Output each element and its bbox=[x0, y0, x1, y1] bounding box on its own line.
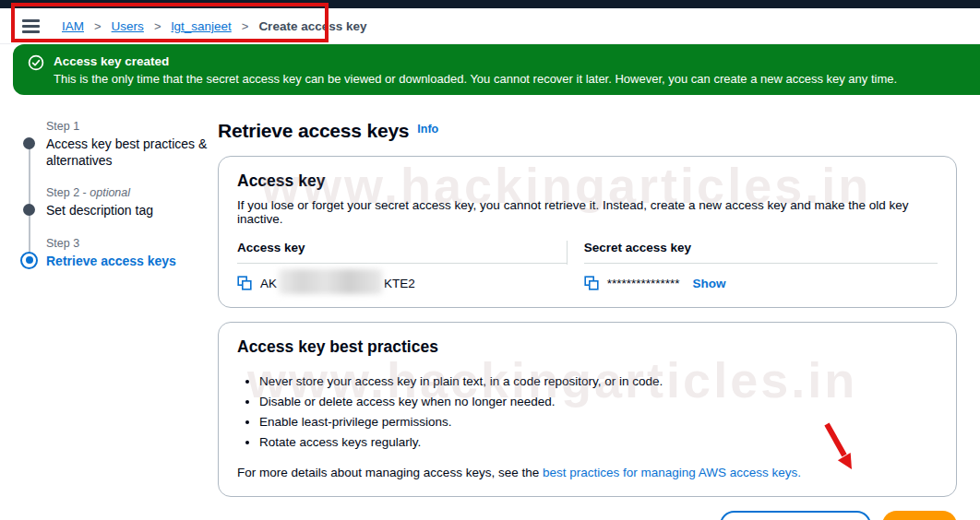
access-key-suffix: KTE2 bbox=[384, 277, 415, 290]
breadcrumb: IAM > Users > lgt_sanjeet > Create acces… bbox=[62, 19, 366, 33]
access-key-redacted-blur bbox=[279, 269, 382, 294]
breadcrumb-current: Create access key bbox=[258, 19, 366, 33]
access-key-card: Access key If you lose or forget your se… bbox=[218, 156, 957, 308]
secret-key-value-row: *************** Show bbox=[584, 276, 938, 290]
wizard-steps-nav: Step 1 Access key best practices & alter… bbox=[22, 120, 218, 520]
breadcrumb-link-users[interactable]: Users bbox=[112, 19, 144, 33]
breadcrumb-separator: > bbox=[242, 19, 249, 33]
best-practices-list: Never store your access key in plain tex… bbox=[259, 372, 938, 452]
wizard-actions: Download .csv file Done bbox=[218, 511, 957, 520]
check-circle-icon bbox=[28, 54, 44, 71]
step-label: Step 1 bbox=[46, 120, 218, 133]
step-indicator-active-icon bbox=[20, 252, 38, 269]
wizard-step-3-active[interactable]: Step 3 Retrieve access keys bbox=[22, 237, 218, 269]
breadcrumb-separator: > bbox=[154, 19, 161, 33]
copy-icon[interactable] bbox=[237, 276, 252, 290]
breadcrumb-link-iam[interactable]: IAM bbox=[62, 19, 84, 33]
step-label: Step 3 bbox=[46, 237, 218, 250]
list-item: Disable or delete access key when no lon… bbox=[259, 392, 938, 412]
list-item: Never store your access key in plain tex… bbox=[259, 372, 938, 392]
breadcrumb-separator: > bbox=[94, 19, 102, 33]
show-secret-link[interactable]: Show bbox=[693, 277, 726, 290]
done-button[interactable]: Done bbox=[882, 511, 957, 520]
page-title: Retrieve access keys bbox=[218, 120, 409, 141]
step-label: Step 2 - optional bbox=[46, 186, 218, 199]
best-practices-card: Access key best practices Never store yo… bbox=[218, 322, 957, 497]
flashbar-message: This is the only time that the secret ac… bbox=[54, 71, 897, 89]
column-header-secret-key: Secret access key bbox=[584, 241, 938, 264]
access-key-prefix: AK bbox=[260, 277, 277, 290]
secret-key-masked-value: *************** bbox=[607, 277, 680, 290]
list-item: Rotate access keys regularly. bbox=[259, 432, 938, 453]
list-item: Enable least-privilege permissions. bbox=[259, 412, 938, 432]
info-link[interactable]: Info bbox=[417, 123, 438, 136]
step-title: Access key best practices & alternatives bbox=[46, 136, 218, 169]
access-key-card-description: If you lose or forget your secret access… bbox=[237, 198, 938, 226]
access-key-card-title: Access key bbox=[237, 171, 938, 191]
menu-icon[interactable] bbox=[22, 19, 40, 33]
best-practices-link[interactable]: best practices for managing AWS access k… bbox=[543, 466, 801, 479]
access-key-table: Access key AK KTE2 Secret access key bbox=[237, 241, 938, 290]
step-indicator-icon bbox=[23, 137, 35, 149]
best-practices-card-title: Access key best practices bbox=[237, 337, 938, 357]
flashbar-title: Access key created bbox=[54, 53, 897, 71]
success-flashbar: Access key created This is the only time… bbox=[13, 44, 980, 95]
column-header-access-key: Access key bbox=[237, 241, 567, 264]
step-title: Retrieve access keys bbox=[46, 253, 218, 269]
step-title: Set description tag bbox=[46, 202, 218, 219]
breadcrumb-bar: IAM > Users > lgt_sanjeet > Create acces… bbox=[0, 8, 980, 44]
download-csv-button[interactable]: Download .csv file bbox=[720, 511, 871, 520]
copy-icon[interactable] bbox=[584, 276, 599, 290]
wizard-step-1[interactable]: Step 1 Access key best practices & alter… bbox=[22, 120, 218, 169]
step-indicator-icon bbox=[23, 204, 35, 216]
breadcrumb-link-user[interactable]: lgt_sanjeet bbox=[171, 19, 231, 33]
best-practices-footer: For more details about managing access k… bbox=[237, 466, 938, 479]
wizard-step-2[interactable]: Step 2 - optional Set description tag bbox=[22, 186, 218, 219]
top-navigation-strip bbox=[0, 0, 980, 8]
access-key-value-row: AK KTE2 bbox=[237, 276, 567, 290]
